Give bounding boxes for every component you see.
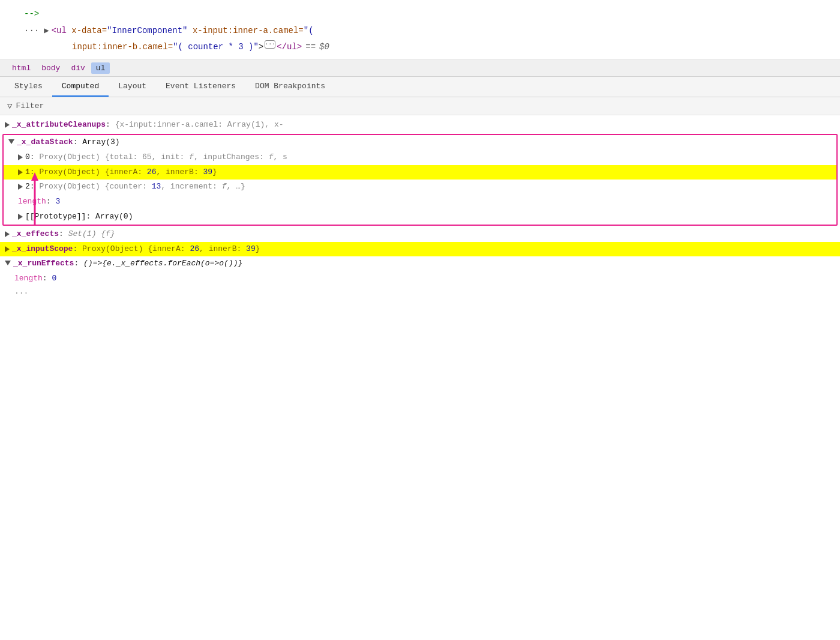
dollar-zero: $0 — [319, 40, 329, 53]
triangle-attribute-cleanups[interactable] — [5, 122, 10, 128]
key-attribute-cleanups: _x_attributeCleanups — [12, 119, 106, 131]
attr-x-input-value: "( — [304, 24, 314, 37]
prop-row-data-stack-1: 1 : Proxy(Object) {innerA: 26, innerB: 3… — [4, 165, 836, 180]
breadcrumb-div[interactable]: div — [66, 62, 89, 74]
triangle-prototype[interactable] — [18, 214, 23, 220]
key-run-effects-length: length — [14, 273, 43, 285]
colon-11: : — [43, 273, 52, 285]
prop-row-run-effects-length: length : 0 — [0, 271, 840, 286]
attr-x-data: x-data= — [71, 24, 107, 37]
value-data-stack-0: Proxy(Object) {total: 65, init: f, input… — [39, 151, 287, 164]
properties-section: _x_attributeCleanups : {x-input:inner-a.… — [0, 115, 840, 640]
source-section: --> ··· ▶ <ul x-data="InnerComponent" x-… — [0, 0, 840, 60]
key-data-stack-0: 0 — [25, 151, 30, 164]
triangle-data-stack[interactable] — [8, 139, 14, 144]
value-data-stack: Array(3) — [82, 136, 119, 149]
triangle-data-stack-2[interactable] — [18, 184, 23, 190]
breadcrumb-html[interactable]: html — [7, 62, 35, 74]
source-tag-line-1: ··· ▶ <ul x-data="InnerComponent" x-inpu… — [24, 23, 830, 38]
triangle-data-stack-1[interactable] — [18, 169, 23, 175]
prop-row-attribute-cleanups: _x_attributeCleanups : {x-input:inner-a.… — [0, 118, 840, 133]
colon-1: : — [106, 119, 115, 131]
triangle-data-stack-0[interactable] — [18, 154, 23, 160]
triangle-element[interactable]: ▶ — [44, 24, 49, 37]
value-prototype: Array(0) — [95, 211, 133, 223]
value-effects: Set(1) {f} — [68, 228, 115, 241]
prop-row-data-stack-0: 0 : Proxy(Object) {total: 65, init: f, i… — [4, 150, 836, 165]
tab-event-listeners[interactable]: Event Listeners — [156, 77, 245, 97]
tag-ul-close: </ul> — [277, 40, 302, 53]
source-comment: --> — [24, 5, 830, 23]
breadcrumb-ul[interactable]: ul — [91, 62, 110, 74]
ellipsis-button[interactable]: ··· — [265, 40, 275, 49]
prop-row-trailing: ··· — [0, 286, 840, 301]
triangle-effects[interactable] — [5, 231, 10, 237]
filter-label: Filter — [16, 101, 44, 110]
source-tag-line-2: input:inner-b.camel="( counter * 3 )"> ·… — [24, 39, 830, 55]
pink-arrow-svg — [29, 172, 41, 226]
value-data-stack-2: Proxy(Object) {counter: 13, increment: f… — [39, 181, 245, 193]
colon-6: : — [46, 196, 56, 208]
prop-row-input-scope: _x_inputScope : Proxy(Object) {innerA: 2… — [0, 242, 840, 257]
colon-9: : — [73, 243, 82, 256]
key-effects: _x_effects — [12, 228, 59, 241]
colon-10: : — [74, 258, 83, 270]
tag-ul-open: <ul — [52, 24, 67, 37]
ellipsis-dots[interactable]: ··· — [24, 24, 39, 37]
colon-8: : — [59, 228, 68, 241]
key-input-scope: _x_inputScope — [12, 243, 73, 256]
triangle-run-effects[interactable] — [5, 261, 11, 265]
filter-bar: ▽ Filter — [0, 97, 840, 115]
breadcrumb-bar: html body div ul — [0, 60, 840, 77]
key-data-stack: _x_dataStack — [17, 136, 73, 149]
value-run-effects-length: 0 — [52, 273, 56, 285]
trailing-dots: ··· — [14, 288, 28, 300]
value-data-stack-1: Proxy(Object) {innerA: 26, innerB: 39} — [39, 166, 217, 179]
attr-x-data-value: "InnerComponent" — [107, 24, 187, 37]
filter-icon: ▽ — [7, 101, 12, 111]
tab-dom-breakpoints[interactable]: DOM Breakpoints — [245, 77, 335, 97]
tag-gt: > — [259, 40, 263, 53]
devtools-panel: --> ··· ▶ <ul x-data="InnerComponent" x-… — [0, 0, 840, 640]
value-attribute-cleanups: {x-input:inner-a.camel: Array(1), x- — [115, 119, 284, 131]
triangle-input-scope[interactable] — [5, 246, 10, 252]
tab-computed[interactable]: Computed — [52, 77, 109, 97]
prop-row-effects: _x_effects : Set(1) {f} — [0, 227, 840, 242]
equals-sign: == — [305, 40, 316, 53]
value-run-effects: ()=>{e._x_effects.forEach(o=>o())} — [83, 258, 242, 270]
prop-row-data-stack: _x_dataStack : Array(3) — [4, 135, 836, 150]
colon-7: : — [86, 211, 95, 223]
prop-row-prototype: [[Prototype]] : Array(0) — [4, 210, 836, 225]
tab-styles[interactable]: Styles — [5, 77, 52, 97]
prop-row-length: length : 3 — [4, 195, 836, 210]
tabs-bar: Styles Computed Layout Event Listeners D… — [0, 77, 840, 97]
value-input-scope: Proxy(Object) {innerA: 26, innerB: 39} — [82, 243, 260, 256]
prop-row-data-stack-2: 2 : Proxy(Object) {counter: 13, incremen… — [4, 180, 836, 195]
prop-row-run-effects: _x_runEffects : ()=>{e._x_effects.forEac… — [0, 256, 840, 271]
colon-3: : — [30, 151, 40, 164]
value-length: 3 — [55, 196, 60, 208]
attr-input-b-value: "( counter * 3 )" — [173, 40, 259, 53]
tab-layout[interactable]: Layout — [109, 77, 156, 97]
svg-marker-1 — [31, 172, 38, 181]
pink-border-box: _x_dataStack : Array(3) 0 : Proxy(Object… — [2, 134, 838, 226]
key-run-effects: _x_runEffects — [13, 258, 74, 270]
attr-input-b: input:inner-b.camel= — [72, 40, 173, 53]
attr-x-input: x-input:inner-a.camel= — [193, 24, 304, 37]
colon-2: : — [73, 136, 83, 149]
breadcrumb-body[interactable]: body — [37, 62, 65, 74]
